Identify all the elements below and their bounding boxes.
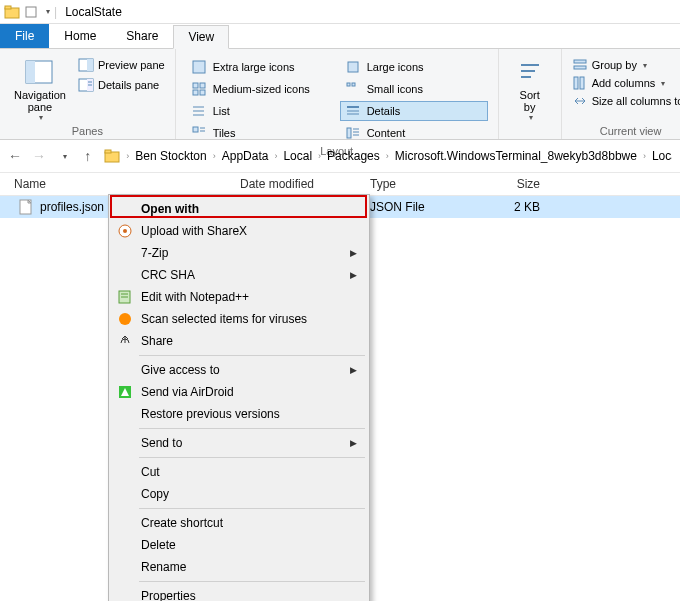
details-icon [345,103,361,119]
preview-pane-label: Preview pane [98,59,165,71]
sort-by-button[interactable]: Sort by ▾ [509,53,551,122]
ctx-notepadpp[interactable]: Edit with Notepad++ [111,286,367,308]
layout-tiles[interactable]: Tiles [186,123,334,143]
layout-content[interactable]: Content [340,123,488,143]
up-button[interactable]: ↑ [81,148,94,164]
forward-button[interactable]: → [32,148,46,164]
separator [139,428,365,429]
crumb[interactable]: Ben Stockton [135,149,206,163]
col-type[interactable]: Type [370,177,480,191]
separator [139,457,365,458]
breadcrumb[interactable]: › Ben Stockton› AppData› Local› Packages… [104,148,672,164]
tab-file[interactable]: File [0,24,49,48]
ctx-scan-viruses[interactable]: Scan selected items for viruses [111,308,367,330]
group-by-icon [572,57,588,73]
svg-rect-15 [193,90,198,95]
column-headers[interactable]: Name Date modified Type Size [0,172,680,196]
svg-rect-13 [193,83,198,88]
tab-home[interactable]: Home [49,24,111,48]
group-sort: Sort by ▾ [499,49,561,139]
layout-details[interactable]: Details [340,101,488,121]
ctx-give-access[interactable]: Give access to▶ [111,359,367,381]
svg-rect-17 [347,83,350,86]
qat-item-icon[interactable] [24,4,40,20]
layout-extra-large-icons[interactable]: Extra large icons [186,57,334,77]
history-dropdown[interactable]: ▾ [58,152,71,161]
layout-medium-icons[interactable]: Medium-sized icons [186,79,334,99]
preview-pane-button[interactable]: Preview pane [78,57,165,73]
col-date[interactable]: Date modified [240,177,370,191]
tab-view[interactable]: View [173,25,229,49]
ctx-rename[interactable]: Rename [111,556,367,578]
submenu-arrow-icon: ▶ [350,270,357,280]
layout-small-icons[interactable]: Small icons [340,79,488,99]
details-pane-label: Details pane [98,79,159,91]
svg-rect-6 [87,59,93,71]
share-icon [117,333,133,349]
ctx-upload-sharex[interactable]: Upload with ShareX [111,220,367,242]
ctx-cut[interactable]: Cut [111,461,367,483]
add-columns-icon [572,75,588,91]
crumb[interactable]: Local [283,149,312,163]
preview-pane-icon [78,57,94,73]
svg-rect-16 [200,90,205,95]
ctx-open-with[interactable]: Open with [111,198,367,220]
svg-rect-12 [348,62,358,72]
crumb[interactable]: LocalState [652,149,672,163]
group-panes-title: Panes [10,123,165,137]
layout-list[interactable]: List [186,101,334,121]
svg-rect-1 [5,6,11,9]
group-panes: Navigation pane ▾ Preview pane Details p… [0,49,176,139]
separator [139,355,365,356]
svg-rect-2 [26,7,36,17]
layout-large-icons[interactable]: Large icons [340,57,488,77]
ctx-create-shortcut[interactable]: Create shortcut [111,512,367,534]
m-icons-icon [191,81,207,97]
back-button[interactable]: ← [8,148,22,164]
window-title: LocalState [65,5,122,19]
ribbon: Navigation pane ▾ Preview pane Details p… [0,48,680,140]
ctx-copy[interactable]: Copy [111,483,367,505]
crumb[interactable]: Packages [327,149,380,163]
ctx-restore-versions[interactable]: Restore previous versions [111,403,367,425]
folder-icon [4,4,20,20]
col-size[interactable]: Size [480,177,560,191]
ctx-share[interactable]: Share [111,330,367,352]
antivirus-icon [117,311,133,327]
json-file-icon [18,199,34,215]
airdroid-icon [117,384,133,400]
size-all-columns-button[interactable]: Size all columns to f [572,93,680,109]
l-icons-icon [345,59,361,75]
details-pane-button[interactable]: Details pane [78,77,165,93]
separator [139,581,365,582]
ctx-7zip[interactable]: 7-Zip▶ [111,242,367,264]
col-name[interactable]: Name [0,177,240,191]
ctx-crc-sha[interactable]: CRC SHA▶ [111,264,367,286]
details-pane-icon [78,77,94,93]
ctx-airdroid[interactable]: Send via AirDroid [111,381,367,403]
content-icon [345,125,361,141]
add-columns-button[interactable]: Add columns▾ [572,75,680,91]
s-icons-icon [345,81,361,97]
crumb[interactable]: AppData [222,149,269,163]
qat-dropdown-icon[interactable]: ▾ [46,7,50,16]
context-menu: Open with Upload with ShareX 7-Zip▶ CRC … [108,194,370,601]
navigation-pane-button[interactable]: Navigation pane ▾ [10,53,70,122]
crumb[interactable]: Microsoft.WindowsTerminal_8wekyb3d8bbwe [395,149,637,163]
svg-rect-25 [193,127,198,132]
xl-icons-icon [191,59,207,75]
svg-rect-11 [193,61,205,73]
svg-point-48 [119,313,131,325]
group-by-button[interactable]: Group by▾ [572,57,680,73]
ctx-delete[interactable]: Delete [111,534,367,556]
ctx-properties[interactable]: Properties [111,585,367,601]
notepadpp-icon [117,289,133,305]
title-bar: ▾ | LocalState [0,0,680,24]
tab-share[interactable]: Share [111,24,173,48]
svg-rect-36 [574,66,586,69]
folder-icon [104,148,120,164]
file-type: JSON File [370,200,480,214]
svg-rect-18 [352,83,355,86]
svg-point-44 [123,229,127,233]
ctx-send-to[interactable]: Send to▶ [111,432,367,454]
